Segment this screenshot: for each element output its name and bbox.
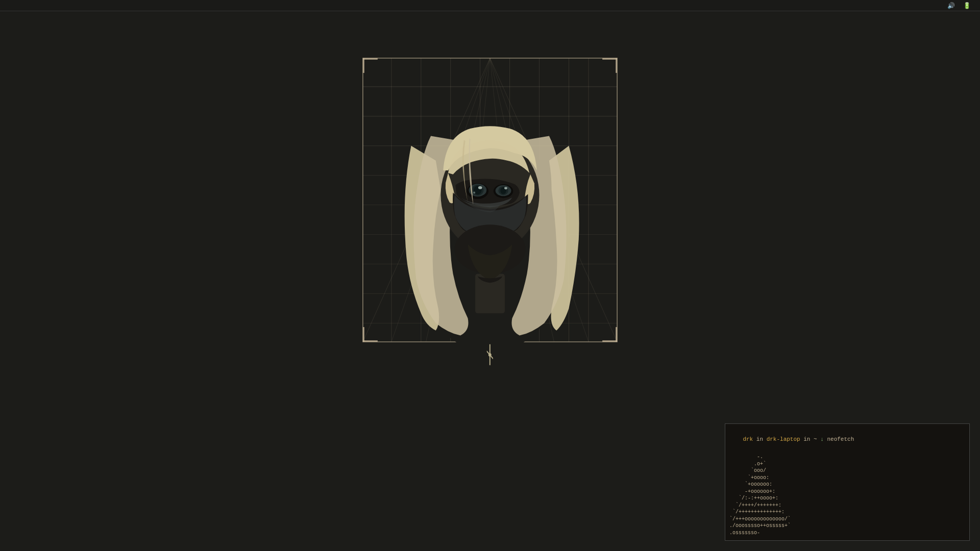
svg-point-34: [478, 186, 482, 189]
tab-notes[interactable]: [51, 5, 61, 7]
svg-rect-42: [363, 58, 378, 60]
svg-point-40: [504, 187, 507, 189]
svg-rect-47: [363, 327, 364, 342]
volume-icon: 🔊: [947, 2, 955, 9]
terminal-content: -. .o+` `ooo/ `+oooo: `+oooooo: -+oooooo…: [729, 454, 965, 536]
tab-chat[interactable]: [31, 5, 41, 7]
svg-rect-49: [616, 327, 617, 342]
terminal-window: drk in drk-laptop in ~ ↓ neofetch -. .o+…: [725, 423, 970, 541]
logo-mark: ᛀ: [483, 341, 497, 368]
tab-work2[interactable]: [71, 5, 82, 7]
svg-point-35: [473, 192, 475, 194]
tab-code[interactable]: [0, 5, 10, 7]
terminal-prompt1: drk in drk-laptop in ~ ↓ neofetch: [729, 428, 965, 452]
svg-rect-43: [363, 58, 364, 73]
neofetch-ascii: -. .o+` `ooo/ `+oooo: `+oooooo: -+oooooo…: [729, 454, 852, 536]
svg-rect-48: [602, 340, 617, 342]
tab-game[interactable]: [82, 5, 92, 7]
tab-music[interactable]: [20, 5, 31, 7]
battery-icon: 🔋: [963, 2, 971, 9]
tab-work1[interactable]: [61, 5, 71, 7]
svg-rect-46: [363, 340, 378, 342]
tab-file[interactable]: [41, 5, 51, 7]
tab-web[interactable]: [10, 5, 20, 7]
svg-rect-44: [602, 58, 617, 60]
topbar: 🔊 🔋: [0, 0, 980, 11]
topbar-right: 🔊 🔋: [943, 2, 980, 9]
svg-rect-45: [616, 58, 617, 73]
illustration-container: ᛀ: [357, 57, 623, 343]
